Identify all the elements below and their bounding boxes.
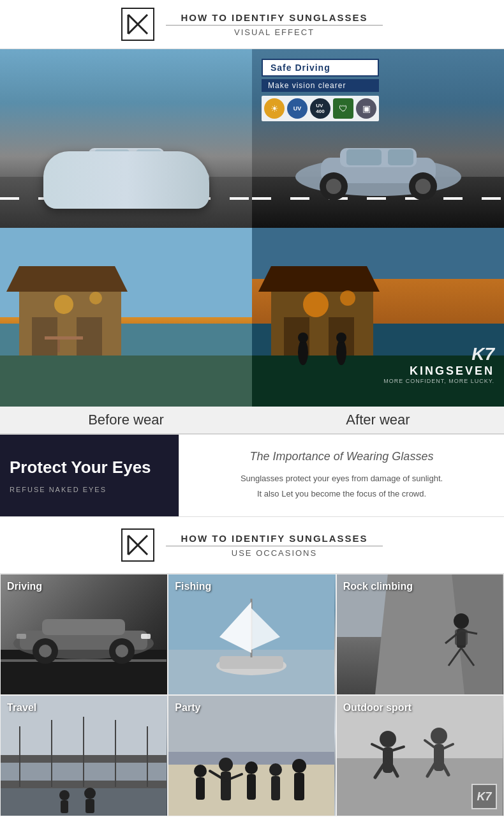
svg-rect-51 <box>1 659 167 662</box>
kingseven-logo: K7 KINGSEVEN MORE CONFIDENT, MORE LUCKY. <box>383 344 494 384</box>
protect-desc1: Sunglasses protect your eyes from damage… <box>195 471 488 486</box>
occasion-driving: Driving <box>0 574 168 695</box>
svg-point-18 <box>415 179 431 194</box>
before-label: Before wear <box>0 407 252 433</box>
occasion-fishing: Fishing <box>168 574 336 695</box>
occasion-label-outdoor: Outdoor sport <box>343 702 412 714</box>
uv-icon: UV <box>287 98 308 119</box>
protect-left-panel: Protect Your Eyes REFUSE NAKED EYES <box>0 435 179 516</box>
svg-point-95 <box>194 765 207 777</box>
occasion-rock: Rock climbing <box>336 574 504 695</box>
svg-rect-24 <box>0 356 252 407</box>
safe-driving-badge: Safe Driving <box>262 59 379 77</box>
header-text: HOW TO IDENTIFY SUNGLASSES VISUAL EFFECT <box>166 12 383 37</box>
protect-right-panel: The Importance of Wearing Glasses Sungla… <box>179 435 504 516</box>
beach-before-svg <box>0 228 252 407</box>
header2-text: HOW TO IDENTIFY SUNGLASSES USE OCCASIONS <box>166 533 383 558</box>
occasion-label-rock: Rock climbing <box>343 581 413 592</box>
protect-desc2: It also Let you become the focus of the … <box>195 486 488 501</box>
k7-symbol: K7 <box>383 344 494 364</box>
k7-watermark: K7 <box>471 784 497 809</box>
svg-rect-91 <box>85 799 94 813</box>
protect-section: Protect Your Eyes REFUSE NAKED EYES The … <box>0 434 504 517</box>
svg-point-71 <box>454 613 469 629</box>
svg-marker-26 <box>6 266 128 292</box>
svg-point-99 <box>245 761 258 774</box>
svg-point-9 <box>163 179 179 194</box>
svg-rect-80 <box>1 784 167 816</box>
svg-rect-89 <box>61 800 68 813</box>
car-svg-before <box>37 138 216 202</box>
svg-point-88 <box>59 790 70 800</box>
car-before-cell <box>0 49 252 228</box>
header-line2: VISUAL EFFECT <box>166 27 383 37</box>
svg-point-44 <box>298 333 308 343</box>
svg-point-31 <box>54 295 73 314</box>
svg-point-58 <box>115 645 128 657</box>
occasion-label-party: Party <box>175 702 200 714</box>
svg-rect-100 <box>247 774 256 800</box>
uv400-icon: UV400 <box>310 98 330 119</box>
brand-name: KINGSEVEN <box>383 364 494 378</box>
svg-point-46 <box>336 333 346 343</box>
svg-rect-102 <box>271 776 280 800</box>
header2-line1: HOW TO IDENTIFY SUNGLASSES <box>166 533 383 544</box>
importance-title: The Importance of Wearing Glasses <box>195 450 488 463</box>
protect-title: Protect Your Eyes <box>10 458 169 477</box>
svg-rect-29 <box>45 336 83 340</box>
svg-point-42 <box>340 290 355 306</box>
beach-before-cell <box>0 228 252 407</box>
svg-point-56 <box>39 645 52 657</box>
occasion-party: Party <box>168 695 336 816</box>
svg-marker-38 <box>258 266 380 292</box>
protect-subtitle: REFUSE NAKED EYES <box>10 486 169 493</box>
shield-icon: 🛡 <box>333 98 353 119</box>
safe-driving-overlay: Safe Driving Make vision clearer ☀ UV UV… <box>262 59 379 121</box>
svg-point-7 <box>74 179 89 194</box>
header-line1: HOW TO IDENTIFY SUNGLASSES <box>166 12 383 23</box>
svg-point-90 <box>84 788 96 799</box>
svg-rect-64 <box>219 656 283 669</box>
brand-logo <box>121 8 154 41</box>
svg-point-109 <box>380 731 396 747</box>
svg-rect-96 <box>196 777 205 800</box>
svg-rect-11 <box>136 149 161 165</box>
svg-rect-77 <box>455 629 468 645</box>
sun-icon: ☀ <box>264 98 285 119</box>
car-after-cell: Safe Driving Make vision clearer ☀ UV UV… <box>252 49 504 228</box>
feature-icons-row: ☀ UV UV400 🛡 ▣ <box>262 96 379 121</box>
svg-rect-20 <box>388 149 413 165</box>
make-vision-text: Make vision clearer <box>262 79 379 92</box>
car-svg-after <box>289 138 468 202</box>
svg-point-8 <box>157 172 185 200</box>
brand-logo2 <box>121 528 154 562</box>
svg-point-43 <box>298 340 308 365</box>
svg-point-45 <box>336 340 346 365</box>
svg-rect-10 <box>94 149 130 165</box>
svg-point-16 <box>326 179 341 194</box>
svg-point-41 <box>303 292 329 317</box>
svg-rect-59 <box>141 634 151 639</box>
occasion-travel: Travel <box>0 695 168 816</box>
svg-rect-5 <box>88 148 165 167</box>
before-after-labels: Before wear After wear <box>0 407 504 434</box>
svg-rect-104 <box>294 773 304 800</box>
occasion-label-travel: Travel <box>7 702 36 714</box>
header-section: HOW TO IDENTIFY SUNGLASSES VISUAL EFFECT <box>0 0 504 49</box>
svg-rect-54 <box>42 619 125 635</box>
svg-rect-19 <box>346 149 382 165</box>
header2-section: HOW TO IDENTIFY SUNGLASSES USE OCCASIONS <box>0 517 504 574</box>
svg-rect-98 <box>221 772 231 800</box>
beach-after-cell: K7 KINGSEVEN MORE CONFIDENT, MORE LUCKY. <box>252 228 504 407</box>
svg-rect-30 <box>57 340 60 352</box>
occasion-label-driving: Driving <box>7 581 42 592</box>
occasion-label-fishing: Fishing <box>175 581 211 592</box>
header2-line2: USE OCCASIONS <box>166 548 383 558</box>
header-divider <box>166 25 383 26</box>
svg-point-6 <box>68 172 96 200</box>
brand-tagline: MORE CONFIDENT, MORE LUCKY. <box>383 378 494 384</box>
svg-point-32 <box>89 292 102 304</box>
svg-point-97 <box>219 758 233 772</box>
visual-comparison-grid: Safe Driving Make vision clearer ☀ UV UV… <box>0 49 504 407</box>
lens-icon: ▣ <box>356 98 376 119</box>
